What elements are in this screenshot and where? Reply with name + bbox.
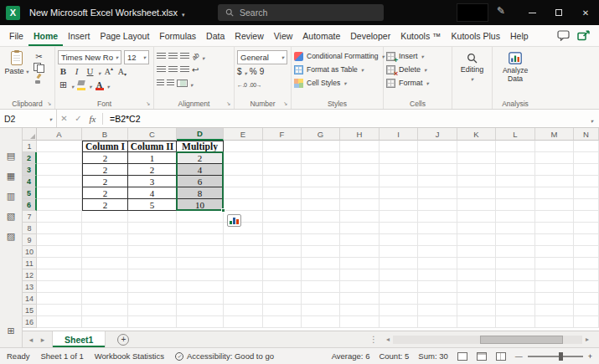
column-header-L[interactable]: L	[496, 128, 535, 141]
cell-M11[interactable]	[535, 258, 574, 269]
cell-L2[interactable]	[496, 152, 535, 164]
tabbar-overflow-icon[interactable]	[364, 335, 383, 344]
cell-J4[interactable]	[418, 176, 457, 187]
tab-home[interactable]: Home	[28, 25, 63, 46]
cell-H15[interactable]	[340, 305, 380, 316]
cell-H9[interactable]	[340, 234, 380, 246]
fill-color-chevron-icon[interactable]	[89, 78, 91, 91]
cell-K14[interactable]	[457, 293, 496, 305]
column-header-M[interactable]: M	[535, 128, 574, 141]
cell-I11[interactable]	[380, 258, 418, 269]
tab-review[interactable]: Review	[230, 25, 268, 46]
cell-D10[interactable]	[177, 246, 224, 258]
cell-D12[interactable]	[177, 269, 224, 281]
cell-A10[interactable]	[37, 246, 82, 258]
row-header-14[interactable]: 14	[23, 293, 37, 305]
cell-D11[interactable]	[177, 258, 224, 269]
cell-D15[interactable]	[177, 305, 224, 316]
cell-D6[interactable]: 10	[177, 199, 224, 211]
cancel-icon[interactable]: ✕	[57, 114, 71, 123]
cell-H11[interactable]	[340, 258, 380, 269]
cell-A11[interactable]	[37, 258, 82, 269]
cell-F2[interactable]	[263, 152, 302, 164]
cell-J12[interactable]	[418, 269, 457, 281]
enter-icon[interactable]: ✓	[71, 114, 85, 123]
cell-H2[interactable]	[340, 152, 380, 164]
cell-A3[interactable]	[37, 164, 82, 176]
cell-G14[interactable]	[302, 293, 340, 305]
cell-D13[interactable]	[177, 281, 224, 293]
cell-B16[interactable]	[82, 316, 128, 328]
cell-N3[interactable]	[574, 164, 599, 176]
cell-F11[interactable]	[263, 258, 302, 269]
pen-icon[interactable]	[497, 5, 505, 17]
formula-input[interactable]: =B2*C2	[106, 114, 591, 124]
cell-E6[interactable]	[224, 199, 263, 211]
cell-C16[interactable]	[128, 316, 177, 328]
row-header-10[interactable]: 10	[23, 246, 37, 258]
cell-B15[interactable]	[82, 305, 128, 316]
maximize-button[interactable]	[545, 0, 572, 25]
row-header-1[interactable]: 1	[23, 141, 37, 152]
column-header-H[interactable]: H	[340, 128, 380, 141]
row-header-11[interactable]: 11	[23, 258, 37, 269]
shrink-font-button[interactable]: A	[116, 66, 127, 77]
analyze-data-button[interactable]: Analyze Data	[495, 49, 535, 98]
cell-K8[interactable]	[457, 223, 496, 234]
cell-K16[interactable]	[457, 316, 496, 328]
kutools-clipboard-pane-icon[interactable]: ▨	[7, 232, 15, 241]
align-bottom-icon[interactable]	[180, 53, 189, 59]
cell-C8[interactable]	[128, 223, 177, 234]
grow-font-button[interactable]: A	[103, 66, 114, 77]
search-input[interactable]: Search	[218, 4, 384, 21]
cell-E12[interactable]	[224, 269, 263, 281]
cell-N12[interactable]	[574, 269, 599, 281]
cell-I16[interactable]	[380, 316, 418, 328]
italic-button[interactable]: I	[71, 66, 82, 77]
font-dialog-launcher-icon[interactable]	[145, 99, 150, 107]
cell-F1[interactable]	[263, 141, 302, 152]
tab-view[interactable]: View	[269, 25, 298, 46]
cell-E10[interactable]	[224, 246, 263, 258]
row-header-5[interactable]: 5	[23, 187, 37, 199]
cell-K7[interactable]	[457, 211, 496, 223]
cell-J1[interactable]	[418, 141, 457, 152]
cell-K5[interactable]	[457, 187, 496, 199]
cell-N1[interactable]	[574, 141, 599, 152]
cell-K13[interactable]	[457, 281, 496, 293]
format-as-table-button[interactable]: Format as Table	[294, 63, 380, 76]
cell-N7[interactable]	[574, 211, 599, 223]
cell-N2[interactable]	[574, 152, 599, 164]
row-header-13[interactable]: 13	[23, 281, 37, 293]
cell-D8[interactable]	[177, 223, 224, 234]
cell-B12[interactable]	[82, 269, 128, 281]
cell-F9[interactable]	[263, 234, 302, 246]
cell-I5[interactable]	[380, 187, 418, 199]
cell-M12[interactable]	[535, 269, 574, 281]
kutools-worksheet-pane-icon[interactable]: ▦	[7, 172, 15, 181]
comma-style-icon[interactable]: 9	[260, 67, 265, 76]
zoom-slider[interactable]	[528, 356, 583, 357]
cell-D9[interactable]	[177, 234, 224, 246]
cell-H1[interactable]	[340, 141, 380, 152]
cell-L13[interactable]	[496, 281, 535, 293]
cell-B3[interactable]: 2	[82, 164, 128, 176]
cell-L10[interactable]	[496, 246, 535, 258]
cell-F3[interactable]	[263, 164, 302, 176]
cell-I3[interactable]	[380, 164, 418, 176]
cell-K10[interactable]	[457, 246, 496, 258]
scroll-left-icon[interactable]	[383, 336, 393, 343]
row-header-16[interactable]: 16	[23, 316, 37, 328]
percent-style-icon[interactable]: %	[250, 67, 257, 76]
font-color-icon[interactable]: A	[95, 79, 105, 90]
cell-L16[interactable]	[496, 316, 535, 328]
cell-N15[interactable]	[574, 305, 599, 316]
cell-G5[interactable]	[302, 187, 340, 199]
decrease-decimal-icon[interactable]: .00→	[249, 82, 261, 88]
tab-data[interactable]: Data	[201, 25, 230, 46]
cell-K4[interactable]	[457, 176, 496, 187]
row-header-12[interactable]: 12	[23, 269, 37, 281]
cell-H5[interactable]	[340, 187, 380, 199]
cell-J7[interactable]	[418, 211, 457, 223]
cell-N13[interactable]	[574, 281, 599, 293]
